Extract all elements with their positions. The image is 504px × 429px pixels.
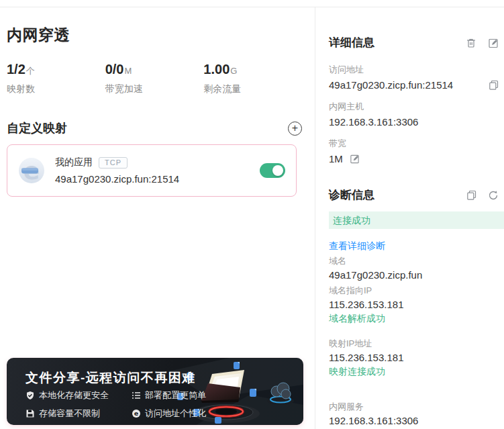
toggle-knob	[272, 165, 283, 176]
custom-mapping-header: 自定义映射 +	[7, 120, 302, 136]
copy-icon	[489, 80, 499, 90]
detail-title: 详细信息	[329, 35, 466, 50]
stat-bandwidth-value: 0/0	[105, 62, 124, 77]
diag-domain: 域名 49a17g0230.zicp.fun	[329, 254, 499, 282]
copy-address-button[interactable]	[489, 80, 499, 90]
mapping-card[interactable]: e 我的应用 TCP 49a17g0230.zicp.fun:21514	[7, 144, 297, 197]
diagnosis-title: 诊断信息	[329, 187, 466, 203]
edit-bandwidth-button[interactable]	[350, 154, 360, 164]
protocol-badge: TCP	[99, 157, 128, 169]
field-bandwidth: 带宽 1M	[329, 138, 499, 164]
custom-mapping-title: 自定义映射	[7, 120, 67, 136]
ad-banner[interactable]: 文件分享-远程访问不再困难 本地化存储更安全 部署配置更简单 存储容量不限制 e…	[7, 358, 303, 425]
access-address-value: 49a17g0230.zicp.fun:21514	[329, 79, 489, 91]
ad-feature: 存储容量不限制	[26, 408, 132, 420]
plus-icon: +	[292, 123, 298, 134]
ad-features: 本地化存储更安全 部署配置更简单 存储容量不限制 e 访问地址个性化	[26, 389, 206, 420]
copy-icon	[466, 190, 476, 200]
app-logo-icon: e	[18, 157, 45, 184]
stat-traffic-value: 1.00	[203, 62, 230, 77]
field-access-address: 访问地址 49a17g0230.zicp.fun:21514	[329, 64, 499, 91]
diag-intranet-service: 内网服务 192.168.3.161:3306 内网服务连接成功	[329, 400, 499, 429]
stat-traffic-unit: G	[230, 66, 237, 76]
browser-e-icon: e	[132, 409, 141, 418]
shield-check-icon	[26, 391, 35, 400]
diagnosis-header: 诊断信息	[329, 187, 499, 203]
stat-traffic: 1.00G 剩余流量	[203, 62, 302, 95]
stats-row: 1/2个 映射数 0/0M 带宽加速 1.00G 剩余流量	[7, 62, 302, 95]
edit-mapping-button[interactable]	[488, 38, 499, 48]
stat-bandwidth-unit: M	[124, 66, 132, 76]
detail-header: 详细信息	[329, 35, 499, 50]
ad-feature: e 访问地址个性化	[132, 408, 206, 420]
mapping-toggle[interactable]	[260, 163, 285, 178]
svg-text:e: e	[134, 410, 138, 417]
refresh-icon	[488, 190, 499, 201]
refresh-diagnosis-button[interactable]	[488, 190, 499, 201]
diag-mapping-ip: 映射IP地址 115.236.153.181 映射连接成功	[329, 337, 499, 379]
bandwidth-value: 1M	[329, 153, 343, 164]
ad-feature: 部署配置更简单	[132, 389, 206, 401]
diag-domain-ip: 域名指向IP 115.236.153.181 域名解析成功	[329, 284, 499, 326]
edit-icon	[488, 38, 499, 48]
stat-mappings: 1/2个 映射数	[7, 62, 105, 95]
list-icon	[132, 391, 141, 400]
stat-traffic-label: 剩余流量	[203, 83, 302, 95]
stat-mappings-value: 1/2	[7, 62, 26, 77]
edit-icon	[350, 154, 360, 164]
intranet-host-value: 192.168.3.161:3306	[329, 116, 499, 128]
stat-bandwidth-label: 带宽加速	[105, 83, 204, 95]
mapping-address: 49a17g0230.zicp.fun:21514	[55, 173, 260, 185]
storage-icon	[26, 409, 35, 418]
field-intranet-host: 内网主机 192.168.3.161:3306	[329, 101, 499, 128]
main-layout: 内网穿透 1/2个 映射数 0/0M 带宽加速 1.00G 剩余流量 自定义映射…	[0, 7, 504, 429]
delete-mapping-button[interactable]	[466, 38, 476, 48]
copy-diagnosis-button[interactable]	[466, 190, 476, 200]
trash-icon	[466, 38, 476, 48]
penetration-panel: 内网穿透 1/2个 映射数 0/0M 带宽加速 1.00G 剩余流量 自定义映射…	[0, 7, 315, 429]
ad-title: 文件分享-远程访问不再困难	[26, 369, 196, 387]
add-mapping-button[interactable]: +	[288, 122, 302, 136]
view-diagnosis-link[interactable]: 查看详细诊断	[329, 240, 385, 252]
stat-mappings-unit: 个	[26, 66, 35, 76]
stat-bandwidth: 0/0M 带宽加速	[105, 62, 204, 95]
connection-status-badge: 连接成功	[329, 211, 504, 229]
page-title: 内网穿透	[7, 25, 302, 46]
mapping-name: 我的应用	[55, 156, 93, 169]
detail-panel: 详细信息 访问地址 49a17g0230.zicp.fun:21514 内网主机	[315, 7, 504, 429]
ad-feature: 本地化存储更安全	[26, 389, 132, 401]
stat-mappings-label: 映射数	[7, 83, 105, 95]
